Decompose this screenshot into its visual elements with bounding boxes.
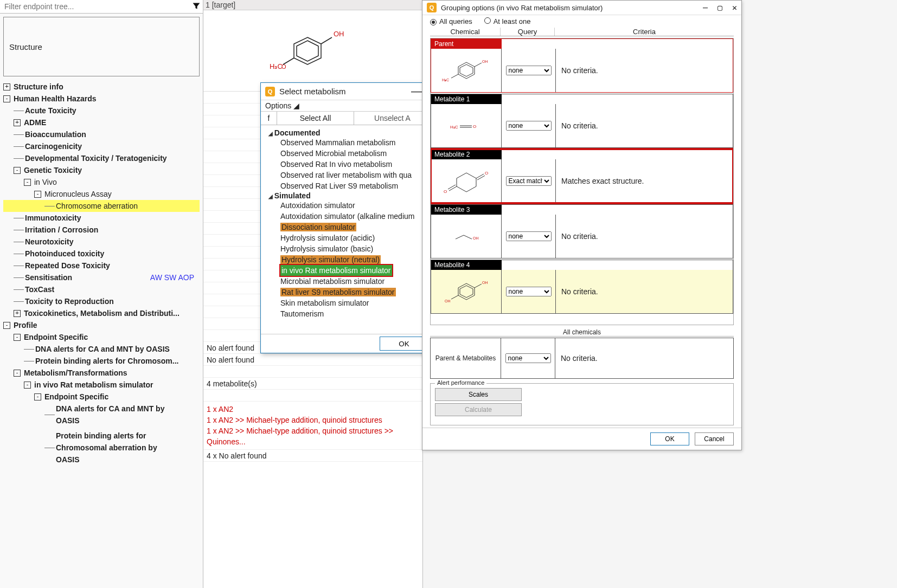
tree-node[interactable]: Profile	[14, 319, 37, 331]
alert-value[interactable]: 4 x No alert found	[203, 450, 422, 462]
group-rows[interactable]: ParentOHH₃CnoneExact matchNo criteria.Me…	[430, 38, 734, 325]
tree-node[interactable]: Sensitisation	[25, 272, 72, 283]
metabolism-item[interactable]: Microbial metabolism simulator	[280, 276, 428, 287]
tree-node[interactable]: Endpoint Specific	[44, 391, 108, 403]
category-documented[interactable]: Documented	[268, 128, 428, 137]
expand-icon[interactable]: +	[14, 119, 21, 126]
group-row[interactable]: Metabolite 3OHnoneExact matchNo criteria…	[431, 204, 733, 259]
metabolism-item[interactable]: Tautomerism	[280, 308, 428, 319]
tree-node[interactable]: Developmental Toxicity / Teratogenicity	[25, 152, 167, 164]
metabolism-item[interactable]: Autoxidation simulator	[280, 200, 428, 211]
tree-node[interactable]: Metabolism/Transformations	[24, 367, 127, 379]
metabolism-item[interactable]: Observed Microbial metabolism	[280, 148, 428, 159]
tree-node[interactable]: ADME	[24, 117, 46, 128]
query-select[interactable]: noneExact match	[506, 287, 552, 296]
an2-alerts[interactable]: 1 x AN2 1 x AN2 >> Michael-type addition…	[203, 402, 422, 450]
tree-node[interactable]: in vivo Rat metabolism simulator	[34, 379, 153, 391]
chemical-structure[interactable]: OO	[431, 159, 502, 203]
tree-node[interactable]: Micronucleus Assay	[44, 188, 112, 200]
structure-box[interactable]: Structure	[3, 17, 200, 76]
chemical-structure[interactable]: OHH₃C	[431, 49, 502, 92]
tree-node[interactable]: Photoinduced toxicity	[25, 248, 104, 260]
metabolism-item[interactable]: Autoxidation simulator (alkaline medium	[280, 211, 428, 222]
tree-node[interactable]: Structure info	[14, 81, 63, 93]
filter-input[interactable]	[2, 1, 190, 12]
metabolism-item[interactable]: Hydrolysis simulator (neutral)	[280, 254, 428, 265]
collapse-icon[interactable]: -	[14, 167, 21, 174]
tree-node[interactable]: Toxicokinetics, Metabolism and Distribut…	[24, 307, 180, 319]
metabolism-item[interactable]: in vivo Rat metabolism simulator	[280, 265, 428, 276]
tree-node[interactable]: Genetic Toxicity	[24, 164, 82, 176]
funnel-icon[interactable]	[190, 2, 201, 12]
query-select[interactable]: noneExact match	[506, 66, 552, 75]
tree-node[interactable]: Irritation / Corrosion	[25, 224, 98, 236]
query-select[interactable]: noneExact match	[505, 353, 551, 363]
tree-node[interactable]: in Vivo	[34, 176, 57, 188]
tree-node[interactable]: DNA alerts for CA and MNT by OASIS	[35, 343, 170, 355]
tree-node[interactable]: DNA alerts for CA and MNT byOASIS	[56, 403, 164, 427]
query-select[interactable]: noneExact match	[506, 231, 552, 241]
metabolism-item[interactable]: Observed Rat Liver S9 metabolism	[280, 180, 428, 191]
tree-node[interactable]: Acute Toxicity	[25, 105, 76, 117]
collapse-icon[interactable]: -	[14, 334, 21, 341]
chemical-structure[interactable]: OH	[431, 215, 502, 258]
collapse-icon[interactable]: -	[3, 95, 10, 102]
scales-button[interactable]: Scales	[435, 388, 522, 401]
tree-node[interactable]: Toxicity to Reproduction	[25, 295, 114, 307]
metabolism-item[interactable]: Hydrolysis simulator (basic)	[280, 243, 428, 254]
tree-node[interactable]: ToxCast	[25, 283, 54, 295]
tree-node[interactable]: Bioaccumulation	[25, 128, 86, 140]
tree-node[interactable]: Protein binding alerts for Chromosom...	[35, 355, 178, 367]
chemical-structure[interactable]: H₂CO	[431, 104, 502, 147]
tree-node[interactable]: Human Health Hazards	[14, 93, 96, 105]
expand-icon[interactable]: +	[3, 83, 10, 91]
collapse-icon[interactable]: -	[3, 322, 10, 329]
filter-button[interactable]: f	[261, 112, 277, 125]
metabolism-list[interactable]: Documented Observed Mammalian metabolism…	[261, 125, 431, 334]
query-select[interactable]: noneExact match	[506, 176, 552, 186]
select-all-button[interactable]: Select All	[277, 112, 354, 125]
metabolism-item[interactable]: Observed Rat In vivo metabolism	[280, 159, 428, 170]
minimize-icon[interactable]: —	[703, 3, 708, 12]
target-structure[interactable]: OH H₃C O	[203, 10, 422, 92]
options-menu[interactable]: Options ◢	[261, 100, 431, 112]
all-queries-radio[interactable]: All queries	[430, 17, 472, 25]
group-row[interactable]: Metabolite 4OHOHnoneExact matchNo criter…	[431, 260, 733, 314]
metabolism-item[interactable]: Skin metabolism simulator	[280, 298, 428, 308]
endpoint-tree[interactable]: +Structure info -Human Health Hazards Ac…	[0, 80, 203, 586]
ok-button[interactable]: OK	[380, 337, 428, 351]
tree-node[interactable]: Neurotoxicity	[25, 236, 73, 248]
collapse-icon[interactable]: -	[14, 370, 21, 377]
collapse-icon[interactable]: -	[34, 191, 41, 198]
tree-node[interactable]: Repeated Dose Toxicity	[25, 260, 110, 272]
calculate-button[interactable]: Calculate	[435, 403, 522, 416]
close-icon[interactable]: ✕	[732, 3, 737, 12]
tree-node[interactable]: Carcinogenicity	[25, 140, 82, 152]
chemical-structure[interactable]: OHOH	[431, 270, 502, 313]
expand-icon[interactable]: +	[14, 310, 21, 317]
tree-node[interactable]: Endpoint Specific	[24, 331, 88, 343]
maximize-icon[interactable]: ▢	[717, 3, 722, 12]
category-simulated[interactable]: Simulated	[268, 191, 428, 200]
alert-value[interactable]: No alert found	[203, 354, 422, 366]
tree-node-chromosome[interactable]: Chromosome aberration	[56, 200, 138, 212]
unselect-all-button[interactable]: Unselect A	[354, 112, 431, 125]
tree-node[interactable]: Immunotoxicity	[25, 212, 81, 224]
query-select[interactable]: noneExact match	[506, 121, 552, 131]
cancel-button[interactable]: Cancel	[695, 432, 734, 445]
group-row[interactable]: ParentOHH₃CnoneExact matchNo criteria.	[431, 38, 733, 93]
metabolism-item[interactable]: Hydrolysis simulator (acidic)	[280, 232, 428, 243]
group-row[interactable]: Metabolite 2OOnoneExact matchMatches exa…	[431, 149, 733, 203]
at-least-one-radio[interactable]: At least one	[484, 17, 531, 25]
metabolism-item[interactable]: Dissociation simulator	[280, 222, 428, 232]
metabolism-item[interactable]: Observed Mammalian metabolism	[280, 137, 428, 148]
metabolism-item[interactable]: Rat liver S9 metabolism simulator	[280, 287, 428, 298]
collapse-icon[interactable]: -	[24, 382, 31, 389]
metabolism-item[interactable]: Observed rat liver metabolism with qua	[280, 170, 428, 180]
collapse-icon[interactable]: -	[34, 393, 41, 400]
ok-button[interactable]: OK	[650, 432, 689, 445]
metabolite-count[interactable]: 4 metabolite(s)	[203, 378, 422, 390]
tree-node[interactable]: Protein binding alerts forChromosomal ab…	[56, 430, 157, 466]
group-row[interactable]: Metabolite 1H₂COnoneExact matchNo criter…	[431, 94, 733, 148]
collapse-icon[interactable]: -	[24, 179, 31, 186]
